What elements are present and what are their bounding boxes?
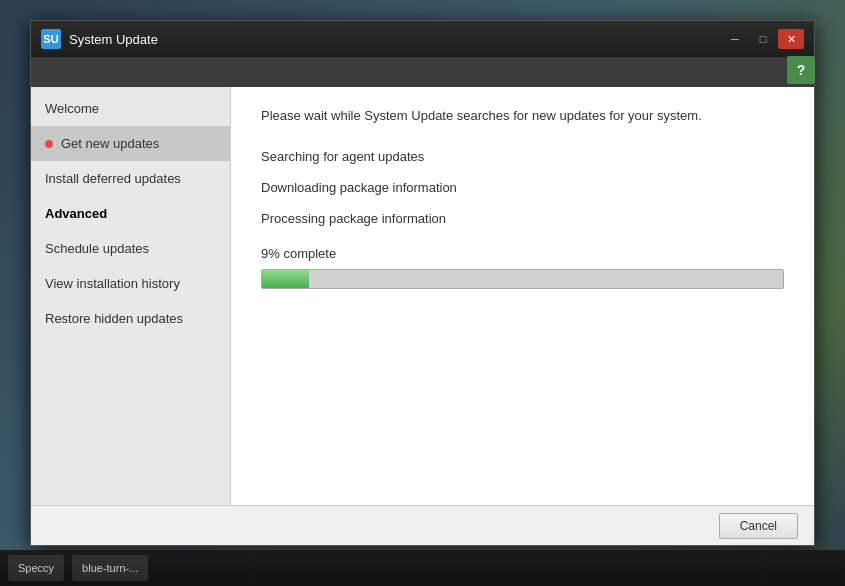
status-line-2: Downloading package information: [261, 180, 784, 195]
install-deferred-label: Install deferred updates: [45, 171, 181, 186]
help-button[interactable]: ?: [787, 56, 815, 84]
close-button[interactable]: ✕: [778, 29, 804, 49]
system-update-window: SU System Update ─ □ ✕ Welcome Get new u…: [30, 20, 815, 546]
footer: Cancel: [31, 505, 814, 545]
content-area: Please wait while System Update searches…: [231, 87, 814, 505]
view-history-label: View installation history: [45, 276, 180, 291]
sidebar-item-get-new-updates[interactable]: Get new updates: [31, 126, 230, 161]
get-updates-label: Get new updates: [61, 136, 159, 151]
window-title: System Update: [69, 32, 722, 47]
sidebar-item-install-deferred[interactable]: Install deferred updates: [31, 161, 230, 196]
taskbar: Speccy blue-turn-...: [0, 550, 845, 586]
sidebar-item-restore-hidden[interactable]: Restore hidden updates: [31, 301, 230, 336]
window-icon: SU: [41, 29, 61, 49]
taskbar-item-speccy[interactable]: Speccy: [8, 555, 64, 581]
status-line-3: Processing package information: [261, 211, 784, 226]
content-description: Please wait while System Update searches…: [261, 107, 784, 125]
restore-hidden-label: Restore hidden updates: [45, 311, 183, 326]
progress-text: 9% complete: [261, 246, 784, 261]
schedule-updates-label: Schedule updates: [45, 241, 149, 256]
advanced-label: Advanced: [45, 206, 107, 221]
title-bar: SU System Update ─ □ ✕: [31, 21, 814, 57]
sidebar: Welcome Get new updates Install deferred…: [31, 87, 231, 505]
header-bar: [31, 57, 814, 87]
progress-bar-container: [261, 269, 784, 289]
status-line-1: Searching for agent updates: [261, 149, 784, 164]
sidebar-item-schedule-updates[interactable]: Schedule updates: [31, 231, 230, 266]
minimize-button[interactable]: ─: [722, 29, 748, 49]
window-controls: ─ □ ✕: [722, 29, 804, 49]
sidebar-item-view-history[interactable]: View installation history: [31, 266, 230, 301]
sidebar-item-welcome[interactable]: Welcome: [31, 91, 230, 126]
sidebar-item-advanced[interactable]: Advanced: [31, 196, 230, 231]
progress-bar-fill: [262, 270, 309, 288]
restore-button[interactable]: □: [750, 29, 776, 49]
main-content: Welcome Get new updates Install deferred…: [31, 87, 814, 505]
welcome-label: Welcome: [45, 101, 99, 116]
active-dot-icon: [45, 140, 53, 148]
cancel-button[interactable]: Cancel: [719, 513, 798, 539]
taskbar-item-blue-turn[interactable]: blue-turn-...: [72, 555, 148, 581]
